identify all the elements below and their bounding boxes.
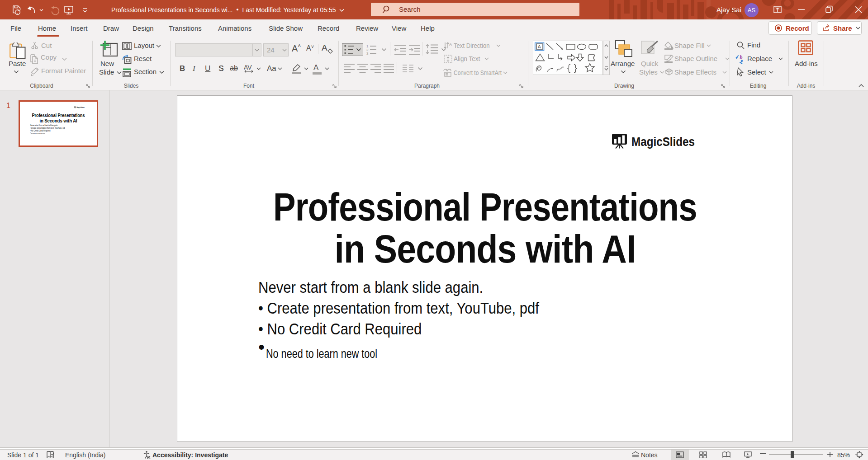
svg-text:A: A <box>538 44 541 49</box>
svg-text:c: c <box>740 59 743 64</box>
svg-text:MagicSlides: MagicSlides <box>631 135 695 149</box>
svg-text:AV: AV <box>244 64 252 71</box>
svg-text:3: 3 <box>366 52 369 55</box>
svg-text:A: A <box>449 42 452 47</box>
svg-text:MagicSlides: MagicSlides <box>76 107 85 108</box>
